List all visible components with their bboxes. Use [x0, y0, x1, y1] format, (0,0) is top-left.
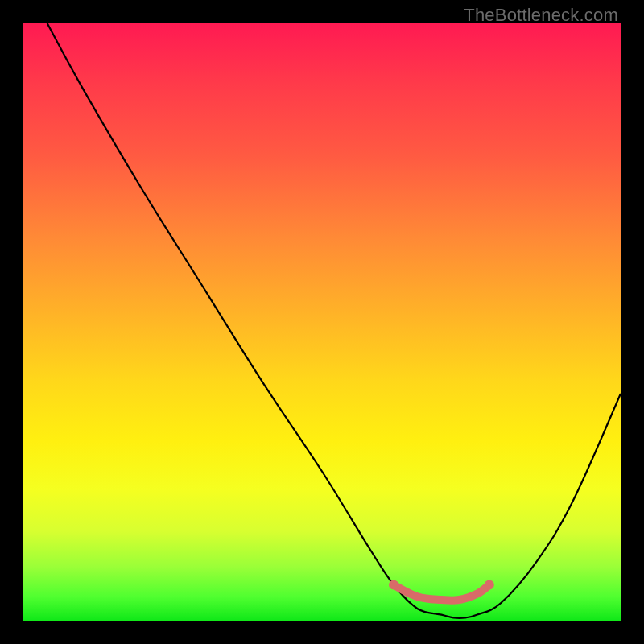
main-curve [47, 23, 621, 618]
bottleneck-curve-path [47, 23, 621, 618]
chart-frame: TheBottleneck.com [0, 0, 644, 644]
highlight-dot-right [485, 580, 494, 590]
highlight-path [394, 585, 489, 601]
plot-area [23, 23, 621, 621]
highlight-dot-left [389, 580, 398, 590]
curve-svg [23, 23, 621, 621]
